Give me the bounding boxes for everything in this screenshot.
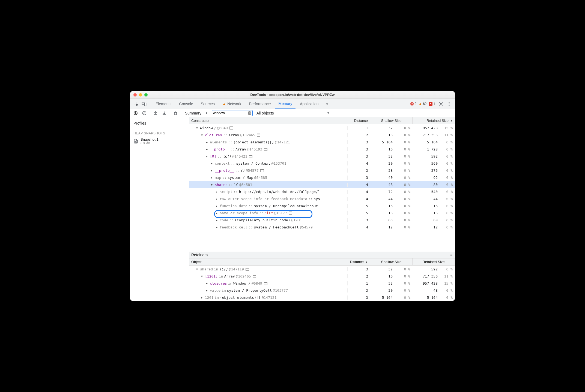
tab-application[interactable]: Application	[297, 99, 322, 109]
tree-row[interactable]: ▶closures in Window / @68491320 %957 428…	[189, 280, 455, 287]
object-id: @6849	[217, 126, 228, 130]
expander-icon[interactable]: ▶	[211, 176, 214, 179]
cell-value: 3	[347, 140, 370, 144]
settings-icon[interactable]	[437, 100, 444, 107]
tree-row[interactable]: ▶__proto__ :: Array @1451933160 %1 7280 …	[189, 146, 455, 153]
gc-button[interactable]	[172, 110, 179, 116]
tree-row[interactable]: ▼shared in lC() @1471193320 %5920 %	[189, 266, 455, 273]
col-retained[interactable]: Retained Size▼	[413, 117, 455, 124]
separator: in	[214, 295, 219, 300]
cell-value: 0 %	[440, 197, 455, 201]
import-button[interactable]	[161, 110, 168, 116]
col-distance[interactable]: Distance▲	[347, 258, 370, 265]
tree-row[interactable]: ▶raw_outer_scope_info_or_feedback_metada…	[189, 195, 455, 202]
expander-icon[interactable]: ▶	[216, 219, 219, 222]
clear-button[interactable]	[141, 110, 148, 116]
tab-sources[interactable]: Sources	[198, 99, 218, 109]
expander-icon[interactable]: ▶	[216, 204, 219, 207]
export-button[interactable]	[152, 110, 159, 116]
tree-row[interactable]: ▼closures :: Array @1024652160 %717 3561…	[189, 131, 455, 138]
col-shallow[interactable]: Shallow Size	[370, 258, 413, 265]
tabs-overflow[interactable]: »	[323, 99, 332, 109]
col-shallow[interactable]: Shallow Size	[370, 117, 413, 124]
sort-desc-icon: ▼	[450, 119, 453, 122]
expander-icon[interactable]: ▶	[216, 190, 219, 193]
row-name: [1201]	[205, 274, 218, 278]
view-mode-dropdown[interactable]: Summary▼	[183, 110, 210, 116]
cell-value: 5 164	[370, 295, 395, 300]
filter-field[interactable]	[213, 111, 247, 115]
drag-handle-icon[interactable]: ≡	[450, 253, 453, 257]
expander-icon[interactable]: ▶	[211, 169, 214, 172]
retainers-tree[interactable]: ▼shared in lC() @1471193320 %5920 %▼[120…	[189, 266, 455, 301]
tree-row[interactable]: ▼[0] :: lC() @1454213320 %5920 %	[189, 153, 455, 160]
cell-value: 0 %	[395, 168, 413, 173]
expander-icon[interactable]: ▶	[216, 197, 219, 200]
cell-value: 957 428	[413, 281, 440, 285]
expander-icon[interactable]: ▼	[201, 134, 204, 137]
record-button[interactable]	[132, 110, 139, 116]
clear-filter-icon[interactable]: ✕	[248, 111, 251, 115]
tree-row[interactable]: ▶context :: system / Context @1537014200…	[189, 160, 455, 167]
tab-memory[interactable]: Memory	[275, 99, 296, 109]
object-id: @102465	[240, 133, 255, 137]
tree-row[interactable]: ▶code :: (CompileLazy builtin code) @193…	[189, 216, 455, 224]
tree-row[interactable]: ▶elements :: (object elements)[] @147121…	[189, 138, 455, 146]
inspect-icon[interactable]	[132, 100, 139, 107]
tab-elements[interactable]: Elements	[152, 99, 175, 109]
expander-icon[interactable]: ▶	[216, 226, 219, 229]
cell-value: 3	[347, 288, 370, 293]
warnings-chip[interactable]: ▲62	[419, 102, 426, 106]
expander-icon[interactable]: ▶	[206, 282, 209, 285]
row-name: feedback_cell	[220, 225, 247, 229]
expander-icon[interactable]: ▶	[211, 162, 214, 165]
tree-row[interactable]: ▶feedback_cell :: system / FeedbackCell …	[189, 224, 455, 231]
expander-icon[interactable]: ▼	[196, 126, 199, 129]
errors-chip[interactable]: ×2	[410, 102, 416, 106]
cell-value: 92	[413, 176, 440, 180]
col-distance[interactable]: Distance	[347, 117, 370, 124]
expander-icon[interactable]: ▼	[211, 183, 214, 186]
tree-row[interactable]: ▼Window / @68491320 %957 42815 %	[189, 124, 455, 131]
expander-icon[interactable]: ▼	[206, 155, 209, 158]
divider	[150, 101, 150, 107]
constructor-tree[interactable]: ▼Window / @68491320 %957 42815 %▼closure…	[189, 124, 455, 252]
tree-row[interactable]: ▼shared :: lC @545814480 %800 %	[189, 181, 455, 188]
expander-icon[interactable]: ▶	[206, 148, 209, 151]
cell-value: 28	[370, 168, 395, 173]
issues-chip[interactable]: ✕1	[429, 102, 435, 106]
device-toolbar-icon[interactable]	[141, 100, 148, 107]
tree-row[interactable]: ▶1201 in (object elements)[] @14712135 1…	[189, 294, 455, 301]
col-retained[interactable]: Retained Size	[413, 258, 455, 265]
tree-row[interactable]: ▶map :: system / Map @545853400 %920 %	[189, 174, 455, 181]
more-icon[interactable]	[446, 100, 453, 107]
expander-icon[interactable]: ▶	[201, 296, 204, 299]
object-id: @147121	[275, 140, 290, 144]
snapshot-item[interactable]: Snapshot 1 6.3 MB	[130, 136, 189, 146]
col-constructor[interactable]: Constructor	[189, 117, 347, 124]
constructor-header-row: Constructor Distance Shallow Size Retain…	[189, 117, 455, 124]
expander-icon[interactable]: ▶	[206, 141, 209, 144]
row-type: sys	[314, 197, 320, 201]
cell-value: 5 164	[370, 140, 395, 144]
tab-console[interactable]: Console	[176, 99, 196, 109]
tab-network[interactable]: ▲Network	[219, 99, 244, 109]
row-type: Array	[224, 274, 235, 278]
tree-row[interactable]: ▶function_data :: system / UncompiledDat…	[189, 202, 455, 209]
chevron-down-icon: ▼	[205, 111, 208, 114]
tab-performance[interactable]: Performance	[246, 99, 274, 109]
tree-row[interactable]: ▶script :: https://cdpn.io/web-dot-dev/f…	[189, 188, 455, 195]
cell-value: 4	[347, 183, 370, 187]
col-object[interactable]: Object	[189, 258, 347, 265]
expander-icon[interactable]: ▶	[206, 289, 209, 292]
expander-icon[interactable]: ▼	[196, 268, 199, 271]
tree-row[interactable]: ▶__proto__ :: () @545773280 %2760 %	[189, 167, 455, 174]
class-filter-input[interactable]: ✕	[212, 110, 253, 116]
expander-icon[interactable]: ▼	[201, 275, 204, 278]
tree-row[interactable]: ▶name_or_scope_info :: "lC" @151775160 %…	[189, 209, 455, 216]
row-name: [0]	[210, 154, 216, 158]
expander-icon[interactable]: ▶	[216, 212, 219, 215]
object-filter-dropdown[interactable]: All objects▼	[255, 110, 331, 116]
tree-row[interactable]: ▼[1201] in Array @1024652160 %717 35611 …	[189, 273, 455, 280]
tree-row[interactable]: ▶value in system / PropertyCell @1037773…	[189, 287, 455, 294]
